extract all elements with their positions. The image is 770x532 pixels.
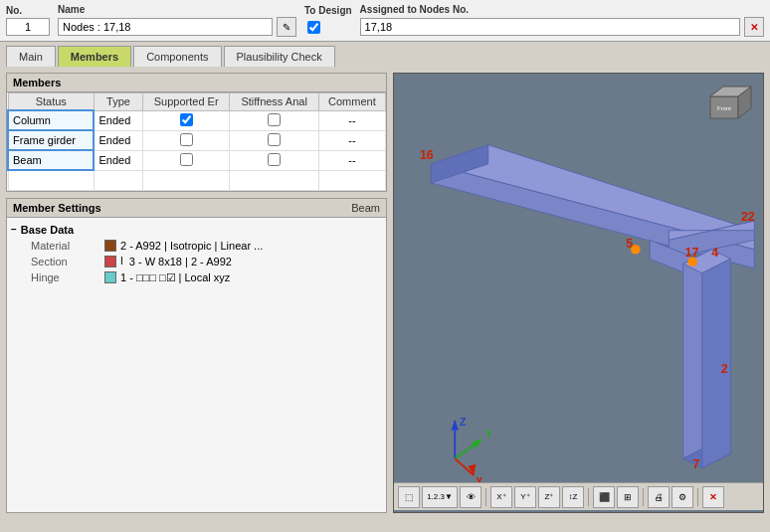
row1-type: Ended (94, 110, 142, 130)
print-icon[interactable]: 🖨 (648, 486, 670, 508)
material-color-swatch (104, 240, 116, 252)
svg-text:16: 16 (420, 148, 434, 162)
sep3 (643, 488, 644, 506)
no-field-group: No. 1 (6, 5, 50, 36)
settings-content: − Base Data Material 2 - A992 | Isotropi… (7, 218, 386, 290)
tab-main[interactable]: Main (6, 46, 56, 67)
section-color-swatch (104, 256, 116, 267)
table-row: Column Ended -- (8, 110, 386, 130)
sep2 (588, 488, 589, 506)
row1-supported[interactable] (142, 110, 229, 130)
section-value: I 3 - W 8x18 | 2 - A992 (104, 256, 382, 267)
col-type: Type (94, 93, 142, 111)
material-row: Material 2 - A992 | Isotropic | Linear .… (11, 238, 382, 254)
row2-comment: -- (318, 130, 385, 150)
x-minus-icon[interactable]: ↕Z (562, 486, 584, 508)
col-status: Status (8, 93, 94, 111)
table-row: Frame girder Ended -- (8, 130, 386, 150)
tab-components[interactable]: Components (133, 46, 221, 67)
to-design-checkbox[interactable] (307, 21, 320, 34)
top-bar: No. 1 Name ✎ To Design Assigned to Nodes… (0, 0, 770, 42)
settings-current: Beam (351, 202, 380, 214)
row3-status[interactable]: Beam (8, 150, 94, 170)
view-mode-icon[interactable]: ⬛ (593, 486, 615, 508)
viewport-toolbar: ⬚ 1.2.3▼ 👁 X⁺ Y⁺ Z⁺ ↕Z ⬛ ⊞ 🖨 ⚙ ✕ (394, 482, 763, 510)
assigned-field-group: Assigned to Nodes No. ✕ (360, 4, 764, 37)
table-row: Beam Ended -- (8, 150, 386, 170)
row2-stiffness[interactable] (230, 130, 318, 150)
name-label: Name (58, 4, 296, 15)
material-text: 2 - A992 | Isotropic | Linear ... (120, 240, 263, 252)
row1-comment: -- (318, 110, 385, 130)
tab-plausibility[interactable]: Plausibility Check (224, 46, 335, 67)
sep1 (485, 488, 486, 506)
collapse-icon[interactable]: − (11, 224, 17, 235)
svg-marker-27 (472, 440, 481, 449)
member-settings: Member Settings Beam − Base Data Materia… (6, 198, 387, 514)
hinge-value: 1 - □□□ □☑ | Local xyz (104, 271, 382, 284)
box-icon[interactable]: ⊞ (617, 486, 639, 508)
members-table: Status Type Supported Er Stiffness Anal … (7, 92, 386, 191)
no-value: 1 (6, 18, 50, 36)
svg-text:7: 7 (692, 457, 699, 471)
to-design-field-group: To Design (304, 5, 352, 37)
viewport: Front (393, 73, 764, 513)
svg-text:22: 22 (741, 210, 755, 224)
row2-supported[interactable] (142, 130, 229, 150)
y-plus-icon[interactable]: Y⁺ (514, 486, 536, 508)
material-label: Material (31, 240, 100, 252)
assigned-label: Assigned to Nodes No. (360, 4, 764, 15)
section-row: Section I 3 - W 8x18 | 2 - A992 (11, 254, 382, 269)
members-section: Members Status Type Supported Er Stiffne… (6, 73, 387, 192)
close-red-icon[interactable]: ✕ (702, 486, 724, 508)
settings-header: Member Settings Beam (7, 199, 386, 218)
no-label: No. (6, 5, 50, 16)
render-icon[interactable]: 👁 (460, 486, 481, 508)
section-label: Section (31, 256, 100, 267)
svg-text:Y: Y (485, 428, 492, 440)
settings-icon[interactable]: ⚙ (672, 486, 693, 508)
tabs-bar: Main Members Components Plausibility Che… (0, 42, 770, 67)
hinge-label: Hinge (31, 271, 100, 283)
sep4 (697, 488, 698, 506)
z-plus-icon[interactable]: Z⁺ (538, 486, 560, 508)
material-value: 2 - A992 | Isotropic | Linear ... (104, 240, 382, 252)
row3-type: Ended (94, 150, 142, 170)
col-stiffness: Stiffness Anal (230, 93, 318, 111)
assigned-clear-icon[interactable]: ✕ (744, 17, 764, 37)
viewport-canvas[interactable]: Front (394, 74, 763, 482)
hinge-text: 1 - □□□ □☑ | Local xyz (120, 271, 230, 284)
frame-icon[interactable]: ⬚ (398, 486, 420, 508)
svg-marker-24 (451, 421, 459, 431)
base-data-label: Base Data (21, 224, 74, 236)
main-content: Members Status Type Supported Er Stiffne… (0, 67, 770, 519)
tab-members[interactable]: Members (58, 46, 131, 67)
x-plus-icon[interactable]: X⁺ (490, 486, 512, 508)
numbering-btn[interactable]: 1.2.3▼ (422, 486, 458, 508)
row2-status[interactable]: Frame girder (8, 130, 94, 150)
row1-stiffness[interactable] (230, 110, 318, 130)
structure-3d: 16 5 22 17 4 2 7 Z Y (394, 74, 763, 482)
hinge-color-swatch (104, 271, 116, 283)
table-row-empty (8, 170, 386, 190)
col-comment: Comment (318, 93, 385, 111)
svg-text:4: 4 (711, 246, 718, 260)
left-panel: Members Status Type Supported Er Stiffne… (0, 67, 393, 519)
settings-title: Member Settings (13, 202, 101, 214)
svg-text:X: X (476, 475, 482, 482)
row3-comment: -- (318, 150, 385, 170)
row3-supported[interactable] (142, 150, 229, 170)
col-supported: Supported Er (142, 93, 229, 111)
row1-status[interactable]: Column (8, 110, 94, 130)
svg-text:Z: Z (460, 416, 467, 428)
assigned-input[interactable] (360, 18, 740, 36)
section-i-icon: I (120, 256, 123, 266)
name-input[interactable] (58, 18, 273, 36)
row3-stiffness[interactable] (230, 150, 318, 170)
svg-text:17: 17 (685, 246, 699, 260)
name-edit-icon[interactable]: ✎ (277, 17, 296, 37)
base-data-header: − Base Data (11, 222, 382, 238)
row2-type: Ended (94, 130, 142, 150)
name-field-group: Name ✎ (58, 4, 296, 37)
section-text: 3 - W 8x18 | 2 - A992 (129, 256, 232, 267)
